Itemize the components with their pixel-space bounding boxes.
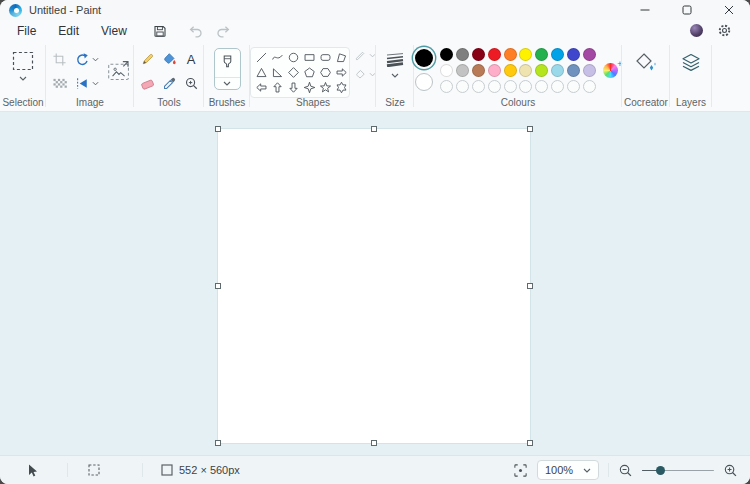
palette-swatch[interactable] [567,48,580,61]
shape-rounded-rectangle-button[interactable] [317,50,333,65]
shape-rectangle-button[interactable] [301,50,317,65]
palette-swatch[interactable] [583,64,596,77]
color-picker-tool-button[interactable] [162,76,177,91]
redo-button[interactable] [210,21,238,40]
maximize-button[interactable] [666,0,708,20]
palette-swatch[interactable] [567,64,580,77]
shape-oval-button[interactable] [285,50,301,65]
chevron-down-icon[interactable] [391,73,399,78]
palette-swatch[interactable] [456,48,469,61]
palette-swatch[interactable] [519,48,532,61]
size-button[interactable] [385,48,405,78]
shape-star-six-button[interactable] [333,80,349,95]
canvas-resize-handle[interactable] [527,283,533,289]
palette-swatch[interactable] [551,48,564,61]
close-button[interactable] [708,0,750,20]
crop-button[interactable] [52,52,67,67]
eraser-tool-button[interactable] [140,76,155,91]
palette-swatch[interactable] [583,48,596,61]
flip-button[interactable] [75,76,99,91]
shape-curve-button[interactable] [269,50,285,65]
minimize-button[interactable] [624,0,666,20]
selection-tool-button[interactable] [12,48,34,81]
shape-fill-button[interactable] [354,68,376,81]
palette-swatch[interactable] [472,48,485,61]
shape-triangle-button[interactable] [253,65,269,80]
palette-swatch-empty[interactable] [456,80,469,93]
palette-swatch-empty[interactable] [551,80,564,93]
palette-swatch-empty[interactable] [488,80,501,93]
menu-edit[interactable]: Edit [47,22,90,40]
canvas-resize-handle[interactable] [215,283,221,289]
palette-swatch-empty[interactable] [567,80,580,93]
pencil-tool-button[interactable] [140,52,155,67]
shape-outline-button[interactable] [354,49,376,62]
colour2-swatch[interactable] [415,73,433,91]
settings-gear-icon[interactable] [717,23,732,38]
layers-button[interactable] [670,41,712,95]
shape-arrow-down-button[interactable] [285,80,301,95]
palette-swatch-empty[interactable] [440,80,453,93]
canvas-resize-handle[interactable] [371,440,377,446]
palette-swatch[interactable] [488,48,501,61]
menu-view[interactable]: View [90,22,138,40]
shape-star-five-button[interactable] [317,80,333,95]
shape-pentagon-button[interactable] [301,65,317,80]
canvas-resize-handle[interactable] [215,126,221,132]
shape-diamond-button[interactable] [285,65,301,80]
palette-swatch-empty[interactable] [472,80,485,93]
palette-swatch[interactable] [440,64,453,77]
palette-swatch-empty[interactable] [519,80,532,93]
palette-swatch-empty[interactable] [504,80,517,93]
palette-swatch[interactable] [456,64,469,77]
zoom-in-button[interactable] [723,463,738,478]
shape-arrow-left-button[interactable] [253,80,269,95]
zoom-out-button[interactable] [618,463,633,478]
chevron-down-icon[interactable] [223,81,231,86]
canvas-resize-handle[interactable] [527,126,533,132]
palette-swatch[interactable] [504,64,517,77]
rotate-button[interactable] [75,52,99,67]
colour1-swatch[interactable] [415,49,433,67]
shape-arrow-right-button[interactable] [333,65,349,80]
magnifier-tool-button[interactable] [184,76,199,91]
save-button[interactable] [146,21,174,40]
canvas-resize-handle[interactable] [527,440,533,446]
shape-line-button[interactable] [253,50,269,65]
cocreator-button[interactable] [622,41,670,95]
palette-swatch[interactable] [488,64,501,77]
edit-colours-button[interactable]: + [603,60,621,78]
palette-swatch[interactable] [551,64,564,77]
palette-swatch[interactable] [519,64,532,77]
zoom-slider-thumb[interactable] [656,466,665,475]
fill-tool-button[interactable] [162,52,177,67]
shape-polygon-button[interactable] [333,50,349,65]
zoom-level-dropdown[interactable]: 100% [537,460,599,480]
shape-star-four-button[interactable] [301,80,317,95]
canvas-resize-handle[interactable] [215,440,221,446]
palette-swatch[interactable] [504,48,517,61]
remove-background-icon [52,77,67,90]
palette-swatch[interactable] [535,64,548,77]
palette-swatch-empty[interactable] [535,80,548,93]
undo-button[interactable] [182,21,210,40]
zoom-slider[interactable] [642,463,714,477]
shape-right-triangle-button[interactable] [269,65,285,80]
palette-swatch[interactable] [535,48,548,61]
palette-swatch[interactable] [472,64,485,77]
fit-to-screen-button[interactable] [513,463,528,478]
canvas-resize-handle[interactable] [371,126,377,132]
account-avatar[interactable] [690,24,703,37]
resize-image-button[interactable] [106,48,132,94]
menu-file[interactable]: File [6,22,47,40]
palette-swatch[interactable] [440,48,453,61]
text-tool-button[interactable]: A [187,52,196,67]
shape-hexagon-button[interactable] [317,65,333,80]
remove-background-button[interactable] [52,77,67,90]
palette-swatch-empty[interactable] [583,80,596,93]
chevron-down-icon[interactable] [19,76,27,81]
brushes-button[interactable] [214,48,241,90]
shape-arrow-up-button[interactable] [269,80,285,95]
canvas[interactable] [218,129,530,443]
cursor-position-indicator [26,463,39,478]
